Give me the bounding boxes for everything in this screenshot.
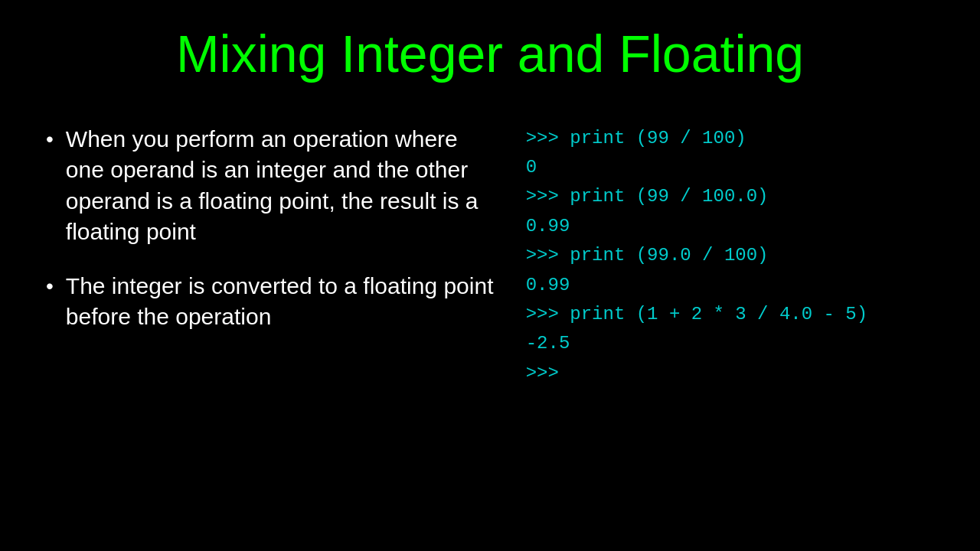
bullet-list: • When you perform an operation where on…	[46, 116, 495, 520]
bullet-text-1: When you perform an operation where one …	[66, 124, 495, 248]
bullet-dot-1: •	[46, 126, 54, 153]
bullet-dot-2: •	[46, 272, 54, 300]
slide: Mixing Integer and Floating • When you p…	[0, 0, 980, 551]
bullet-item-1: • When you perform an operation where on…	[46, 124, 495, 248]
code-panel: >>> print (99 / 100) 0 >>> print (99 / 1…	[526, 116, 934, 520]
bullet-item-2: • The integer is converted to a floating…	[46, 271, 495, 333]
code-block: >>> print (99 / 100) 0 >>> print (99 / 1…	[526, 124, 934, 389]
bullet-text-2: The integer is converted to a floating p…	[66, 271, 495, 333]
slide-title: Mixing Integer and Floating	[46, 23, 934, 86]
slide-content: • When you perform an operation where on…	[46, 116, 934, 520]
